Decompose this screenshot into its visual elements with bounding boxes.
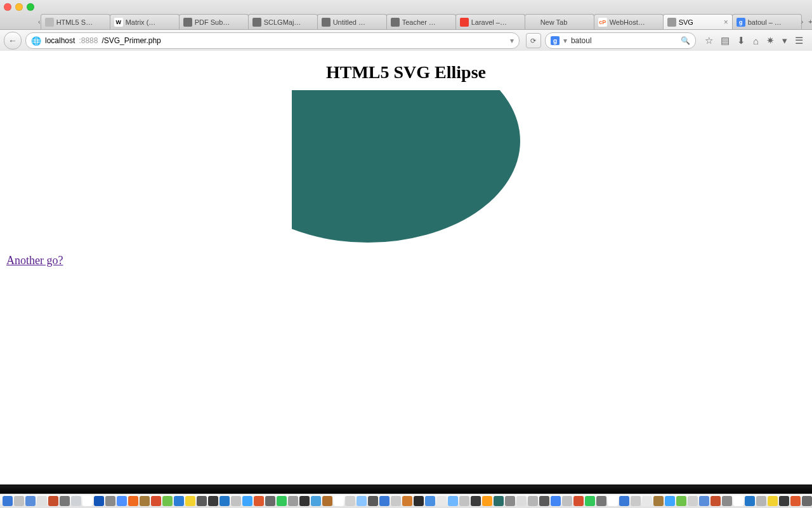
dock-app-icon[interactable]: [288, 496, 298, 506]
dock-app-icon[interactable]: [25, 496, 36, 506]
dock-app-icon[interactable]: [379, 496, 390, 506]
dock-app-icon[interactable]: [482, 496, 492, 506]
dock-app-icon[interactable]: [128, 496, 138, 506]
dock-app-icon[interactable]: [311, 496, 321, 506]
dock-app-icon[interactable]: [3, 496, 13, 506]
browser-tab[interactable]: WMatrix (…: [110, 14, 180, 29]
dock-app-icon[interactable]: [790, 496, 801, 506]
dock-app-icon[interactable]: [494, 496, 504, 506]
home-icon[interactable]: ⌂: [753, 36, 759, 46]
dock-app-icon[interactable]: [414, 496, 424, 506]
hamburger-menu-icon[interactable]: ☰: [795, 35, 803, 46]
dock-app-icon[interactable]: [631, 496, 641, 506]
new-tab-button[interactable]: +: [808, 18, 812, 25]
dock-app-icon[interactable]: [665, 496, 675, 506]
dock-app-icon[interactable]: [710, 496, 721, 506]
dock-app-icon[interactable]: [60, 496, 70, 506]
reload-button[interactable]: ⟳: [526, 33, 541, 48]
dock-app-icon[interactable]: [608, 496, 618, 506]
dock-app-icon[interactable]: [231, 496, 241, 506]
search-icon[interactable]: 🔍: [681, 36, 690, 45]
dock-app-icon[interactable]: [653, 496, 664, 506]
dock-app-icon[interactable]: [596, 496, 606, 506]
bookmark-star-icon[interactable]: ☆: [705, 35, 713, 46]
window-minimize-button[interactable]: [15, 3, 23, 11]
dock-app-icon[interactable]: [391, 496, 401, 506]
dock-app-icon[interactable]: [254, 496, 264, 506]
dock-app-icon[interactable]: [573, 496, 584, 506]
dock-app-icon[interactable]: [516, 496, 527, 506]
dock-app-icon[interactable]: [802, 496, 812, 506]
dock-app-icon[interactable]: [562, 496, 572, 506]
dock-app-icon[interactable]: [699, 496, 709, 506]
dock-app-icon[interactable]: [140, 496, 150, 506]
dock-app-icon[interactable]: [48, 496, 58, 506]
browser-tab[interactable]: Untitled …: [317, 14, 387, 29]
tab-close-icon[interactable]: ×: [724, 18, 728, 26]
browser-tab[interactable]: New Tab: [525, 14, 594, 29]
dock-app-icon[interactable]: [71, 496, 81, 506]
dock-app-icon[interactable]: [14, 496, 24, 506]
browser-tab[interactable]: Teacher …: [386, 14, 456, 29]
search-engine-dropdown-icon[interactable]: ▾: [563, 36, 567, 45]
dock-app-icon[interactable]: [242, 496, 252, 506]
dock-app-icon[interactable]: [619, 496, 629, 506]
dock-app-icon[interactable]: [219, 496, 230, 506]
dock-app-icon[interactable]: [425, 496, 435, 506]
dock-app-icon[interactable]: [642, 496, 652, 506]
dock-app-icon[interactable]: [528, 496, 538, 506]
dock-app-icon[interactable]: [768, 496, 778, 506]
browser-tab[interactable]: cPWebHost…: [594, 14, 664, 29]
dock-app-icon[interactable]: [208, 496, 218, 506]
dock-app-icon[interactable]: [151, 496, 161, 506]
dock-app-icon[interactable]: [277, 496, 287, 506]
browser-tab[interactable]: Laravel –…: [455, 14, 525, 29]
dock-app-icon[interactable]: [82, 496, 93, 506]
dock-app-icon[interactable]: [185, 496, 195, 506]
share-dropdown-icon[interactable]: ▾: [782, 35, 787, 46]
dock-app-icon[interactable]: [334, 496, 344, 506]
dock-app-icon[interactable]: [733, 496, 743, 506]
dock-app-icon[interactable]: [448, 496, 458, 506]
dock-app-icon[interactable]: [539, 496, 549, 506]
reader-view-icon[interactable]: ▤: [721, 35, 730, 46]
dock-app-icon[interactable]: [722, 496, 732, 506]
window-close-button[interactable]: [4, 3, 11, 11]
back-button[interactable]: ←: [4, 32, 22, 50]
browser-tab[interactable]: gbatoul – …: [732, 14, 802, 29]
dock-app-icon[interactable]: [322, 496, 332, 506]
window-zoom-button[interactable]: [27, 3, 34, 11]
dock-app-icon[interactable]: [471, 496, 481, 506]
dock-app-icon[interactable]: [265, 496, 275, 506]
search-engine-icon[interactable]: g: [551, 36, 560, 45]
dock-app-icon[interactable]: [505, 496, 515, 506]
dock-app-icon[interactable]: [436, 496, 447, 506]
another-go-link[interactable]: Another go?: [6, 254, 63, 267]
dock-app-icon[interactable]: [94, 496, 104, 506]
url-history-dropdown-icon[interactable]: ▾: [510, 36, 514, 45]
dock-app-icon[interactable]: [117, 496, 127, 506]
dock-app-icon[interactable]: [357, 496, 367, 506]
browser-tab[interactable]: SCLGMaj…: [248, 14, 318, 29]
dock-app-icon[interactable]: [37, 496, 47, 506]
dock-app-icon[interactable]: [162, 496, 173, 506]
dock-app-icon[interactable]: [459, 496, 469, 506]
browser-tab[interactable]: HTML5 S…: [41, 14, 110, 29]
dock-app-icon[interactable]: [745, 496, 755, 506]
dock-app-icon[interactable]: [688, 496, 698, 506]
dock-app-icon[interactable]: [174, 496, 184, 506]
downloads-icon[interactable]: ⬇: [737, 35, 745, 46]
search-bar[interactable]: g ▾ batoul 🔍: [545, 32, 696, 49]
dock-app-icon[interactable]: [779, 496, 789, 506]
browser-tab[interactable]: SVG×: [663, 14, 733, 29]
dock-app-icon[interactable]: [368, 496, 378, 506]
dock-app-icon[interactable]: [299, 496, 310, 506]
dock-app-icon[interactable]: [197, 496, 207, 506]
share-icon[interactable]: ✷: [766, 35, 775, 46]
dock-app-icon[interactable]: [585, 496, 595, 506]
url-bar[interactable]: 🌐 localhost:8888/SVG_Primer.php ▾: [25, 32, 520, 49]
dock-app-icon[interactable]: [756, 496, 766, 506]
dock-app-icon[interactable]: [676, 496, 686, 506]
dock-app-icon[interactable]: [551, 496, 561, 506]
browser-tab[interactable]: PDF Sub…: [179, 14, 249, 29]
